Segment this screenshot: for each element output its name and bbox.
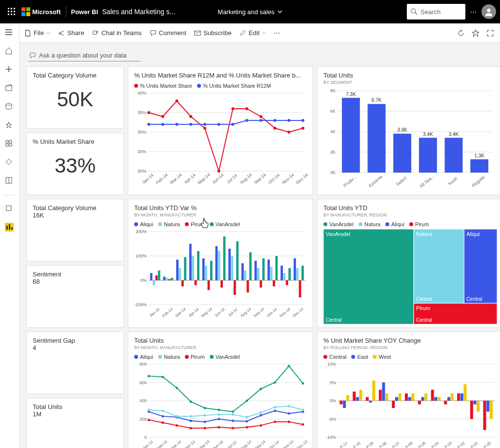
browse-icon[interactable] (5, 84, 15, 94)
hamburger-icon[interactable] (5, 28, 15, 38)
kpi-total-category-volume-2[interactable]: Total Category Volume 16K (26, 199, 124, 261)
svg-point-170 (161, 415, 164, 417)
svg-rect-269 (343, 401, 346, 408)
user-avatar[interactable] (481, 4, 496, 19)
deployment-icon[interactable] (5, 158, 15, 168)
kpi-units-market-share[interactable]: % Units Market Share 33% (26, 133, 124, 195)
more-options[interactable]: ⋯ (274, 29, 280, 37)
app-launcher-icon[interactable] (4, 4, 20, 19)
svg-text:Nov-14: Nov-14 (281, 173, 295, 185)
workspace-name[interactable]: Sales and Marketing s... (102, 8, 175, 16)
svg-rect-305 (460, 393, 463, 401)
more-icon[interactable]: ⋯ (470, 8, 477, 16)
svg-text:P-01: P-01 (470, 441, 479, 448)
svg-point-176 (246, 420, 248, 423)
svg-rect-9 (21, 7, 25, 11)
fullscreen-icon[interactable] (486, 29, 494, 37)
ask-question-input[interactable]: Ask a question about your data (28, 50, 140, 61)
svg-rect-108 (205, 266, 207, 280)
kpi-sentiment-gap[interactable]: Sentiment Gap 4 (26, 331, 124, 394)
chart-yoy[interactable]: % Unit Market Share YOY Change BY ROLLIN… (317, 331, 500, 448)
home-icon[interactable] (5, 47, 15, 57)
share-button[interactable]: Share (58, 29, 84, 37)
subscribe-button[interactable]: Subscribe (194, 29, 232, 37)
chart-ytd-treemap[interactable]: Total Units YTD BY MANUFACTURER, REGION … (317, 199, 500, 328)
line-chart: 20%25%30%35%40%Jan-14Feb-14Mar-14Apr-14M… (134, 91, 308, 188)
svg-rect-298 (438, 397, 440, 401)
svg-text:4K: 4K (330, 129, 336, 134)
chevron-down-icon (262, 31, 266, 35)
kpi-total-units[interactable]: Total Units 1M (26, 398, 124, 448)
svg-rect-2 (14, 8, 15, 9)
kpi-sentiment[interactable]: Sentiment 68 (26, 265, 124, 328)
svg-text:P-05: P-05 (418, 441, 427, 448)
svg-rect-99 (181, 280, 184, 287)
svg-text:2K: 2K (330, 150, 336, 155)
svg-text:600: 600 (140, 380, 147, 385)
svg-rect-23 (6, 144, 8, 146)
svg-point-184 (190, 415, 192, 417)
svg-text:Youth: Youth (447, 176, 459, 187)
svg-rect-132 (267, 260, 270, 281)
search-input[interactable]: Search (407, 4, 465, 19)
svg-point-209 (203, 407, 206, 409)
workspace-icon[interactable] (5, 223, 15, 233)
svg-rect-107 (202, 258, 205, 280)
svg-point-20 (6, 103, 12, 105)
svg-rect-270 (346, 395, 349, 401)
kpi-total-category-volume-1[interactable]: Total Category Volume 50K (26, 66, 124, 129)
pencil-icon (240, 30, 246, 37)
chart-ytd-var[interactable]: Total Units YTD Var % BY MONTH, MANUFACT… (128, 199, 313, 328)
svg-rect-144 (299, 280, 301, 297)
svg-rect-230 (368, 104, 386, 173)
svg-rect-22 (9, 140, 12, 143)
chart-market-share[interactable]: % Units Market Share R12M and % Units Ma… (128, 66, 313, 195)
svg-text:200: 200 (140, 417, 147, 422)
svg-point-61 (245, 107, 248, 110)
share-icon (58, 30, 65, 37)
apps-icon[interactable] (5, 139, 15, 149)
svg-rect-118 (231, 256, 234, 280)
svg-rect-248 (414, 229, 464, 303)
comment-button[interactable]: Comment (150, 29, 186, 37)
svg-point-74 (260, 119, 262, 122)
chat-teams-button[interactable]: Chat in Teams (92, 29, 142, 37)
svg-rect-312 (483, 401, 486, 430)
create-icon[interactable] (5, 65, 15, 75)
goals-icon[interactable] (5, 121, 15, 131)
workspaces-icon[interactable] (5, 204, 15, 214)
favorite-icon[interactable] (472, 29, 480, 37)
file-menu[interactable]: File (24, 29, 50, 37)
bar-chart: 0K2K4K6K8K7.3KProdu...6.7KExtreme3.8KSel… (323, 85, 497, 190)
svg-point-208 (190, 400, 192, 403)
svg-text:400: 400 (140, 398, 147, 403)
svg-point-66 (147, 123, 150, 126)
svg-rect-11 (21, 12, 25, 16)
svg-text:Feb-14: Feb-14 (161, 307, 174, 318)
edit-button[interactable]: Edit (240, 29, 266, 37)
search-placeholder: Search (420, 8, 440, 16)
chart-units-month[interactable]: Total Units BY MONTH, MANUFACTURER Aliqu… (128, 331, 313, 448)
refresh-icon[interactable] (457, 29, 465, 37)
chevron-down-icon[interactable] (278, 9, 282, 14)
svg-point-174 (218, 418, 220, 420)
svg-point-199 (232, 427, 234, 429)
bar-chart: -100%0%100%200%Jan-14Feb-14Mar-14Apr-14M… (134, 229, 308, 319)
cursor-pointer-icon (200, 218, 209, 229)
svg-rect-302 (451, 393, 454, 401)
svg-rect-227 (342, 98, 360, 173)
chart-units-segment[interactable]: Total Units BY SEGMENT 0K2K4K6K8K7.3KPro… (317, 66, 500, 195)
svg-rect-127 (255, 261, 257, 280)
svg-rect-27 (6, 206, 11, 211)
svg-text:Central: Central (466, 296, 482, 302)
svg-rect-87 (150, 273, 153, 280)
svg-rect-135 (275, 256, 278, 280)
data-hub-icon[interactable] (5, 102, 15, 112)
learn-icon[interactable] (5, 176, 15, 186)
svg-rect-281 (382, 383, 385, 401)
svg-text:Produ...: Produ... (342, 175, 358, 188)
svg-rect-294 (424, 393, 427, 401)
page-name[interactable]: Marketing and sales (218, 8, 274, 16)
svg-point-207 (176, 387, 178, 389)
svg-text:May-14: May-14 (197, 172, 211, 185)
